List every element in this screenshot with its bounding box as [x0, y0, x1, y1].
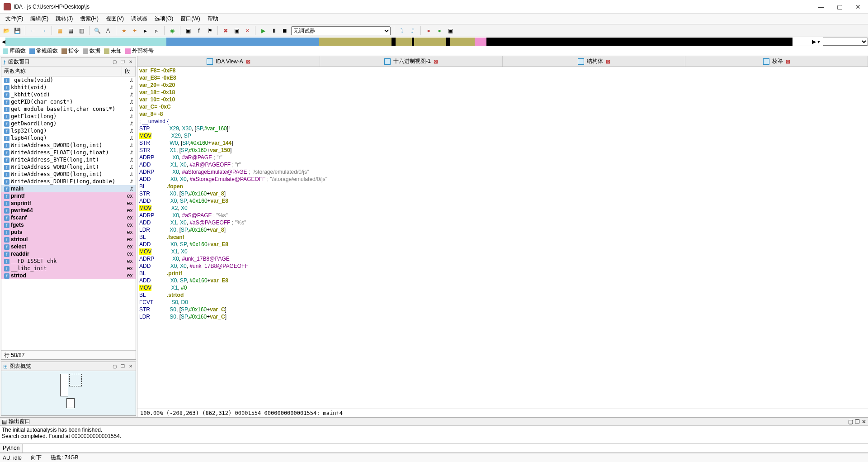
nav-right-icon[interactable]: ▶	[810, 38, 816, 45]
tab[interactable]: 枚举⊠	[685, 56, 868, 67]
bp2-icon[interactable]: ●	[435, 26, 444, 35]
output-input-label[interactable]: Python	[0, 444, 23, 452]
function-row[interactable]: fstrtoulex	[1, 236, 136, 243]
disassembly-view[interactable]: var_F8= -0xF8var_E8= -0xE8var_20= -0x20v…	[137, 67, 868, 409]
panel-close-icon[interactable]: ✕	[862, 419, 866, 425]
nav-dropdown[interactable]	[823, 38, 868, 46]
panel-max-icon[interactable]: ❐	[119, 363, 126, 370]
delete-icon[interactable]: ✕	[243, 26, 252, 35]
function-row[interactable]: fputsex	[1, 229, 136, 236]
function-row[interactable]: f__libc_initex	[1, 265, 136, 272]
function-row[interactable]: ffgetsex	[1, 221, 136, 229]
function-row[interactable]: fgetPID(char const*).t	[1, 98, 136, 105]
tab-close-icon[interactable]: ⊠	[786, 58, 790, 65]
panel-max-icon[interactable]: ❐	[855, 419, 860, 425]
menu-item[interactable]: 帮助	[204, 14, 222, 24]
tab-close-icon[interactable]: ⊠	[434, 58, 438, 65]
output-input[interactable]	[23, 444, 868, 452]
function-row[interactable]: fgetDword(long).t	[1, 120, 136, 127]
menu-item[interactable]: 文件(F)	[2, 14, 27, 24]
function-list[interactable]: 函数名称段f_getche(void).tfkbhit(void).tf_kbh…	[1, 67, 136, 350]
tab-close-icon[interactable]: ⊠	[246, 58, 250, 65]
cancel-icon[interactable]: ✖	[221, 26, 230, 35]
tool-icon[interactable]: ▤	[66, 26, 75, 35]
function-row[interactable]: ffscanfex	[1, 214, 136, 221]
panel-max-icon[interactable]: ❐	[119, 59, 126, 65]
menu-item[interactable]: 搜索(H)	[76, 14, 102, 24]
menu-item[interactable]: 编辑(E)	[27, 14, 52, 24]
panel-min-icon[interactable]: ▢	[848, 419, 853, 425]
segment-bar[interactable]	[5, 38, 810, 46]
function-row[interactable]: fsnprintfex	[1, 200, 136, 207]
tool5-icon[interactable]: f	[194, 26, 203, 35]
tab[interactable]: IDA View-A⊠	[137, 56, 320, 67]
panel-close-icon[interactable]: ✕	[127, 363, 134, 370]
bp3-icon[interactable]: ▣	[446, 26, 455, 35]
bp-icon[interactable]: ●	[424, 26, 433, 35]
text-icon[interactable]: A	[104, 26, 113, 35]
menu-item[interactable]: 调试器	[127, 14, 151, 24]
tool3-icon[interactable]: ▸	[141, 26, 150, 35]
save-icon[interactable]: 💾	[13, 26, 22, 35]
function-row[interactable]: f_kbhit(void).t	[1, 91, 136, 98]
pause-icon[interactable]: ⏸	[269, 26, 278, 35]
function-row[interactable]: fWriteAddress_DWORD(long,int).t	[1, 142, 136, 149]
stop-icon[interactable]: ⏹	[280, 26, 289, 35]
function-row[interactable]: fWriteAddress_DOUBLE(long,double).t	[1, 178, 136, 185]
function-row[interactable]: fget_module_base(int,char const*).t	[1, 105, 136, 113]
open-icon[interactable]: 📂	[2, 26, 11, 35]
nav-down-icon[interactable]: ▾	[816, 38, 821, 45]
tool-icon-2[interactable]: ▥	[77, 26, 86, 35]
minimize-button[interactable]: —	[818, 3, 824, 10]
function-row[interactable]: fWriteAddress_BYTE(long,int).t	[1, 156, 136, 163]
legend-item: 指令	[61, 47, 79, 55]
tab-bar: IDA View-A⊠十六进制视图-1⊠结构体⊠枚举⊠	[137, 56, 868, 67]
tool6-icon[interactable]: ⚑	[205, 26, 214, 35]
tool7-icon[interactable]: ▣	[232, 26, 241, 35]
graph-overview[interactable]	[1, 371, 136, 415]
nav-left-icon[interactable]: ◀	[0, 38, 5, 45]
highlight-icon[interactable]: ▦	[55, 26, 64, 35]
output-body[interactable]: The initial autoanalysis has been finish…	[0, 426, 868, 443]
status-dir: 向下	[31, 454, 42, 462]
debugger-select[interactable]: 无调试器	[291, 26, 391, 35]
function-row[interactable]: f__FD_ISSET_chkex	[1, 257, 136, 265]
function-row[interactable]: f_getche(void).t	[1, 76, 136, 84]
function-row[interactable]: fWriteAddress_FLOAT(long,float).t	[1, 149, 136, 156]
snippet-icon[interactable]: ▣	[184, 26, 193, 35]
function-row[interactable]: fselectex	[1, 243, 136, 250]
function-row[interactable]: fWriteAddress_QWORD(long,int).t	[1, 171, 136, 178]
panel-close-icon[interactable]: ✕	[127, 59, 134, 65]
forward-icon[interactable]: →	[39, 26, 48, 35]
function-row[interactable]: fprintfex	[1, 192, 136, 200]
tab-close-icon[interactable]: ⊠	[606, 58, 610, 65]
function-row[interactable]: fstrtodex	[1, 272, 136, 279]
tab[interactable]: 十六进制视图-1⊠	[320, 56, 503, 67]
play-icon[interactable]: ▶	[259, 26, 268, 35]
panel-min-icon[interactable]: ▢	[111, 59, 118, 65]
function-row[interactable]: fkbhit(void).t	[1, 84, 136, 91]
star2-icon[interactable]: ✦	[130, 26, 139, 35]
step-icon[interactable]: ⤵	[397, 26, 406, 35]
menu-item[interactable]: 视图(V)	[102, 14, 127, 24]
function-row[interactable]: freaddirex	[1, 250, 136, 257]
panel-min-icon[interactable]: ▢	[111, 363, 118, 370]
maximize-button[interactable]: ▢	[837, 3, 843, 10]
function-row[interactable]: flsp32(long).t	[1, 127, 136, 134]
menu-item[interactable]: 跳转(J)	[52, 14, 76, 24]
menu-item[interactable]: 窗口(W)	[177, 14, 203, 24]
function-row[interactable]: fpwrite64ex	[1, 207, 136, 214]
search-icon[interactable]: 🔍	[93, 26, 102, 35]
tab[interactable]: 结构体⊠	[503, 56, 685, 67]
star-icon[interactable]: ★	[119, 26, 128, 35]
function-row[interactable]: fmain.t	[1, 185, 136, 192]
function-row[interactable]: fWriteAddress_WORD(long,int).t	[1, 163, 136, 171]
tool4-icon[interactable]: ▹	[152, 26, 161, 35]
function-row[interactable]: fgetFloat(long).t	[1, 113, 136, 120]
back-icon[interactable]: ←	[28, 26, 38, 35]
function-row[interactable]: flsp64(long).t	[1, 134, 136, 142]
step2-icon[interactable]: ⤴	[408, 26, 417, 35]
menu-item[interactable]: 选项(O)	[151, 14, 177, 24]
circle-icon[interactable]: ◉	[168, 26, 177, 35]
close-button[interactable]: ✕	[855, 3, 861, 10]
